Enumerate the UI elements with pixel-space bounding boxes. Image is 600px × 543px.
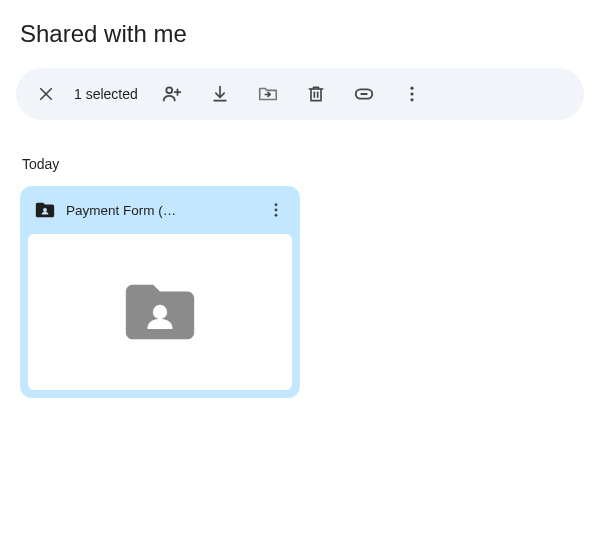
file-more-button[interactable] — [258, 192, 294, 228]
file-name-label: Payment Form (… — [66, 203, 248, 218]
file-card-header: Payment Form (… — [20, 186, 300, 234]
trash-icon — [306, 84, 326, 104]
folder-move-icon — [257, 83, 279, 105]
section-label-today: Today — [0, 120, 600, 186]
svg-point-11 — [410, 87, 413, 90]
file-grid: Payment Form (… — [0, 186, 600, 398]
svg-point-15 — [275, 203, 278, 206]
folder-shared-large-icon — [119, 271, 201, 353]
selected-count-label: 1 selected — [74, 86, 138, 102]
link-icon — [353, 83, 375, 105]
file-preview — [28, 234, 292, 390]
share-button[interactable] — [148, 70, 196, 118]
more-actions-button[interactable] — [388, 70, 436, 118]
close-icon — [37, 85, 55, 103]
svg-point-2 — [166, 87, 172, 93]
close-selection-button[interactable] — [22, 70, 70, 118]
person-add-icon — [161, 83, 183, 105]
shared-folder-icon — [34, 199, 56, 221]
move-to-button[interactable] — [244, 70, 292, 118]
selection-toolbar: 1 selected — [16, 68, 584, 120]
file-card[interactable]: Payment Form (… — [20, 186, 300, 398]
delete-button[interactable] — [292, 70, 340, 118]
page-title: Shared with me — [0, 0, 600, 64]
get-link-button[interactable] — [340, 70, 388, 118]
svg-point-14 — [43, 208, 47, 212]
svg-point-12 — [410, 92, 413, 95]
svg-point-17 — [275, 214, 278, 217]
download-icon — [210, 84, 230, 104]
more-vert-icon — [402, 84, 422, 104]
download-button[interactable] — [196, 70, 244, 118]
svg-point-16 — [275, 209, 278, 212]
more-vert-icon — [267, 201, 285, 219]
svg-point-13 — [410, 98, 413, 101]
svg-point-18 — [153, 305, 167, 319]
